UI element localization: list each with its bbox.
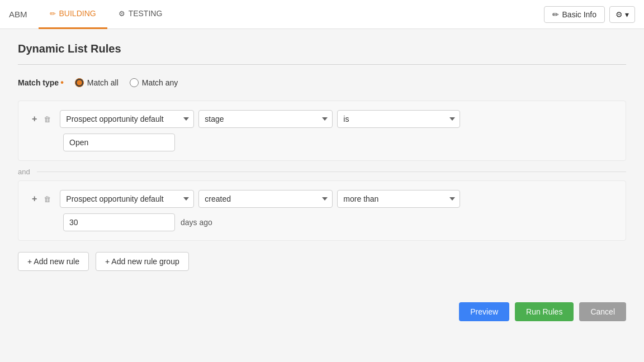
- rule-1-entity-select[interactable]: Prospect opportunity default: [60, 110, 194, 128]
- match-any-radio[interactable]: [130, 78, 139, 87]
- pencil-icon: ✏: [552, 10, 559, 19]
- required-indicator: •: [60, 78, 64, 87]
- match-all-label: Match all: [87, 78, 119, 87]
- main-content: Dynamic List Rules Match type• Match all…: [0, 29, 644, 335]
- top-nav: ABM ✏ BUILDING ⚙ TESTING ✏ Basic Info ⚙ …: [0, 0, 644, 29]
- rule-2-actions: + 🗑: [30, 193, 53, 205]
- title-divider: [18, 64, 626, 65]
- dropdown-arrow-icon: ▾: [625, 10, 629, 19]
- rule-2-value-suffix: days ago: [181, 218, 212, 227]
- add-condition-icon[interactable]: +: [30, 113, 39, 125]
- gear-dropdown-button[interactable]: ⚙ ▾: [609, 6, 635, 23]
- run-rules-button[interactable]: Run Rules: [515, 302, 574, 321]
- rule-1-row: + 🗑 Prospect opportunity default stage i…: [30, 110, 614, 128]
- rule-1-value-input[interactable]: [63, 134, 175, 151]
- gear-icon: ⚙: [615, 10, 623, 19]
- and-label: and: [18, 168, 30, 176]
- match-type-label: Match type•: [18, 78, 64, 87]
- tab-testing-label: TESTING: [129, 9, 163, 18]
- delete-rule-1-icon[interactable]: 🗑: [41, 114, 53, 125]
- page-title: Dynamic List Rules: [18, 42, 626, 55]
- nav-left: ABM ✏ BUILDING ⚙ TESTING: [9, 0, 544, 29]
- add-buttons-row: + Add new rule + Add new rule group: [18, 252, 626, 271]
- nav-right: ✏ Basic Info ⚙ ▾: [544, 6, 635, 23]
- match-any-option[interactable]: Match any: [130, 78, 178, 87]
- add-condition-2-icon[interactable]: +: [30, 193, 39, 205]
- rule-2-row: + 🗑 Prospect opportunity default created…: [30, 190, 614, 208]
- match-all-option[interactable]: Match all: [75, 78, 119, 87]
- rule-2-value-row: days ago: [63, 213, 614, 231]
- preview-button[interactable]: Preview: [459, 302, 509, 321]
- rule-group-1: + 🗑 Prospect opportunity default stage i…: [18, 101, 626, 161]
- match-all-radio[interactable]: [75, 78, 84, 87]
- rule-2-value-input[interactable]: [63, 213, 175, 231]
- building-tab-icon: ✏: [50, 9, 56, 18]
- and-line: [37, 172, 626, 172]
- app-logo: ABM: [9, 9, 27, 19]
- add-new-rule-button[interactable]: + Add new rule: [18, 252, 89, 271]
- rule-group-2: + 🗑 Prospect opportunity default created…: [18, 180, 626, 241]
- rule-2-field-select[interactable]: created: [198, 190, 333, 208]
- basic-info-label: Basic Info: [562, 10, 596, 19]
- rule-1-value-row: [63, 134, 614, 151]
- rule-1-actions: + 🗑: [30, 113, 53, 125]
- and-separator: and: [18, 168, 626, 176]
- add-new-rule-group-button[interactable]: + Add new rule group: [96, 252, 189, 271]
- tab-testing[interactable]: ⚙ TESTING: [107, 0, 174, 29]
- delete-rule-2-icon[interactable]: 🗑: [41, 194, 53, 204]
- rule-2-entity-select[interactable]: Prospect opportunity default: [60, 190, 194, 208]
- match-type-row: Match type• Match all Match any: [18, 78, 626, 87]
- testing-tab-icon: ⚙: [119, 9, 125, 18]
- tab-building-label: BUILDING: [59, 9, 96, 18]
- match-any-label: Match any: [142, 78, 178, 87]
- basic-info-button[interactable]: ✏ Basic Info: [544, 6, 605, 23]
- rule-1-field-select[interactable]: stage: [198, 110, 333, 128]
- rule-1-operator-select[interactable]: is: [337, 110, 460, 128]
- tab-building[interactable]: ✏ BUILDING: [39, 0, 107, 29]
- rule-2-operator-select[interactable]: more than: [337, 190, 460, 208]
- footer-row: Preview Run Rules Cancel: [18, 293, 626, 321]
- cancel-button[interactable]: Cancel: [579, 302, 626, 321]
